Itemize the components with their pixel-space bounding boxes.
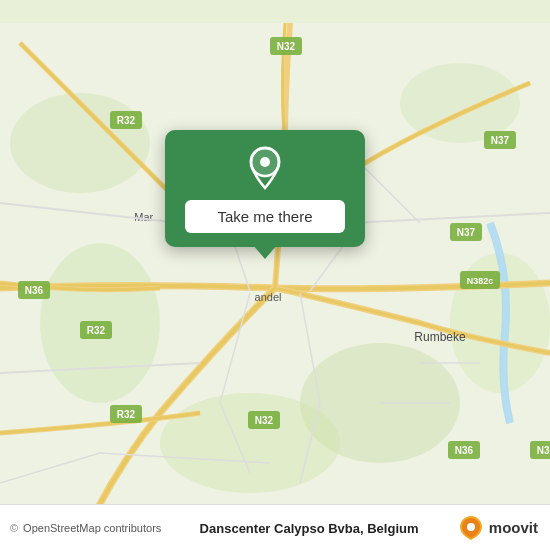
take-me-there-button[interactable]: Take me there: [185, 200, 345, 233]
bottom-bar: © OpenStreetMap contributors Danscenter …: [0, 504, 550, 550]
svg-text:N32: N32: [277, 41, 296, 52]
moovit-pin-icon: [457, 514, 485, 542]
moovit-logo: moovit: [457, 514, 538, 542]
map-background: N32 R32 N37 N37 N382c N36 R32 R32 N32 N3…: [0, 0, 550, 550]
svg-text:R32: R32: [87, 325, 106, 336]
bottom-center-section: Danscenter Calypso Bvba, Belgium: [200, 519, 419, 537]
location-icon-wrapper: [243, 146, 287, 190]
copyright-icon: ©: [10, 522, 18, 534]
svg-text:Rumbeke: Rumbeke: [414, 330, 466, 344]
svg-text:N36: N36: [25, 285, 44, 296]
map-pin-icon: [247, 146, 283, 190]
svg-text:N36: N36: [455, 445, 474, 456]
svg-text:R32: R32: [117, 409, 136, 420]
svg-point-7: [160, 393, 340, 493]
svg-text:N37: N37: [491, 135, 510, 146]
popup-card: Take me there: [165, 130, 365, 247]
svg-text:N36: N36: [537, 445, 550, 456]
location-name: Danscenter Calypso Bvba, Belgium: [200, 521, 419, 536]
bottom-left-section: © OpenStreetMap contributors: [10, 522, 161, 534]
svg-text:andel: andel: [255, 291, 282, 303]
svg-text:R32: R32: [117, 115, 136, 126]
svg-point-2: [10, 93, 150, 193]
svg-point-50: [467, 523, 475, 531]
svg-text:N37: N37: [457, 227, 476, 238]
moovit-brand-text: moovit: [489, 519, 538, 536]
map-container: N32 R32 N37 N37 N382c N36 R32 R32 N32 N3…: [0, 0, 550, 550]
svg-text:N32: N32: [255, 415, 274, 426]
svg-text:N382c: N382c: [467, 276, 494, 286]
svg-point-49: [260, 157, 270, 167]
openstreetmap-credit: OpenStreetMap contributors: [23, 522, 161, 534]
